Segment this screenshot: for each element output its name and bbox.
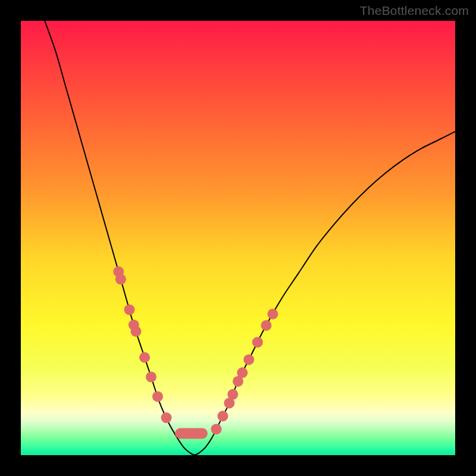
- data-bead: [211, 424, 222, 434]
- data-bead: [146, 372, 156, 383]
- data-bead: [217, 411, 228, 421]
- data-bead: [227, 389, 238, 400]
- data-bead: [130, 326, 141, 337]
- data-bead: [252, 337, 263, 347]
- data-bead: [267, 309, 278, 320]
- valley-flat-bar: [175, 428, 208, 439]
- data-bead: [115, 274, 126, 284]
- data-bead: [152, 391, 163, 402]
- data-bead: [237, 367, 248, 378]
- data-bead: [243, 354, 254, 365]
- data-bead: [139, 352, 150, 363]
- chart-frame: TheBottleneck.com: [0, 0, 476, 476]
- data-bead: [161, 412, 172, 423]
- data-bead: [124, 304, 135, 315]
- curve-right-branch: [195, 131, 455, 455]
- watermark-text: TheBottleneck.com: [360, 4, 469, 18]
- curve-overlay: [21, 21, 455, 455]
- curve-left-branch: [45, 21, 195, 455]
- data-bead: [261, 320, 271, 331]
- gradient-plot-area: [21, 21, 455, 455]
